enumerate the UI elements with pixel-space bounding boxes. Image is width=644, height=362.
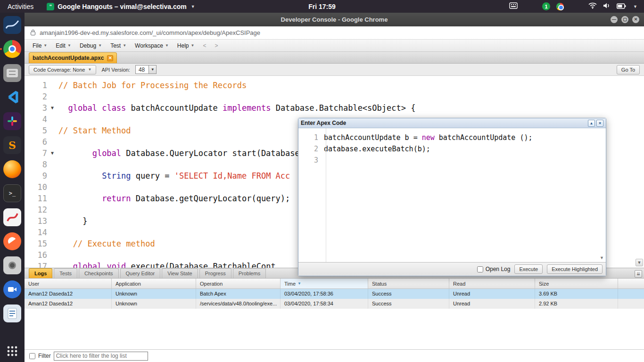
drawing-app-icon[interactable]	[3, 208, 21, 226]
chrome-icon[interactable]	[3, 40, 21, 58]
tab-checkpoints[interactable]: Checkpoints	[79, 268, 119, 278]
wifi-icon[interactable]	[588, 2, 597, 10]
menu-edit[interactable]: Edit▼	[51, 41, 75, 51]
code-text	[58, 136, 58, 148]
fold-arrow-icon[interactable]: ▼	[47, 102, 58, 114]
sublime-text-icon[interactable]: S	[3, 136, 21, 154]
execute-button[interactable]: Execute	[514, 264, 543, 274]
tab-close-icon[interactable]: ✕	[107, 55, 113, 61]
code-text: // Start Method	[58, 125, 131, 136]
open-log-checkbox[interactable]	[477, 266, 483, 272]
code-line[interactable]: 3▼ global class batchAccountUpdate imple…	[25, 102, 644, 114]
col-status[interactable]: Status	[368, 279, 449, 288]
postman-icon[interactable]	[3, 232, 21, 250]
battery-icon[interactable]	[617, 3, 626, 10]
fold-gutter	[47, 204, 58, 215]
nav-forward-button[interactable]: >	[210, 42, 222, 49]
menu-debug[interactable]: Debug▼	[75, 41, 106, 51]
active-window-menu[interactable]: ” Google Hangouts – vimal@selectiva.com …	[47, 3, 195, 10]
menu-test[interactable]: Test▼	[106, 41, 131, 51]
url-text[interactable]: amanjain1996-dev-ed.my.salesforce.com/_u…	[40, 29, 260, 36]
menu-workspace[interactable]: Workspace▼	[131, 41, 173, 51]
api-version-select[interactable]: 48 ▼	[135, 65, 157, 74]
fold-gutter	[47, 238, 58, 249]
close-icon[interactable]: ✕	[632, 16, 639, 23]
col-user[interactable]: User	[25, 279, 112, 288]
open-log-option[interactable]: Open Log	[477, 266, 511, 272]
keyboard-layout-icon[interactable]	[509, 2, 518, 10]
screenshot-camera-icon[interactable]	[3, 256, 21, 274]
line-number: 5	[25, 125, 47, 136]
nav-back-button[interactable]: <	[198, 42, 210, 49]
volume-icon[interactable]	[603, 2, 611, 10]
col-time[interactable]: Time▼	[281, 279, 368, 288]
menu-file[interactable]: File▼	[28, 41, 51, 51]
fold-gutter	[318, 132, 323, 143]
files-icon[interactable]	[3, 64, 21, 82]
col-application[interactable]: Application	[112, 279, 196, 288]
collapse-dialog-icon[interactable]: ▲	[588, 120, 595, 127]
notification-badge[interactable]: 1	[542, 2, 550, 10]
minimize-icon[interactable]: —	[611, 16, 618, 23]
col-operation[interactable]: Operation	[196, 279, 281, 288]
line-number: 16	[25, 249, 47, 261]
code-text	[58, 159, 58, 170]
chevron-down-icon: ▼	[165, 43, 169, 48]
col-read[interactable]: Read	[449, 279, 535, 288]
line-number: 17	[25, 261, 47, 268]
apex-code-input[interactable]: 1batchAccountUpdate b = new batchAccount…	[298, 128, 606, 262]
goto-button[interactable]: Go To	[617, 65, 640, 74]
dialog-titlebar[interactable]: Enter Apex Code ▲ ✕	[298, 118, 606, 128]
fold-arrow-icon[interactable]: ▼	[47, 148, 58, 159]
scroll-down-icon[interactable]: ▼	[600, 255, 604, 260]
activities-button[interactable]: Activities	[0, 0, 41, 13]
chrome-tray-icon[interactable]	[556, 3, 564, 10]
tab-batchaccountupdate[interactable]: batchAccountUpdate.apxc ✕	[29, 52, 117, 63]
fold-gutter	[47, 261, 58, 268]
filter-input[interactable]	[54, 352, 148, 361]
terminal-icon[interactable]: >_	[3, 184, 21, 202]
log-row[interactable]: Aman12 Daseda12 Unknown Batch Apex 03/04…	[25, 289, 644, 299]
slack-icon[interactable]	[3, 112, 21, 130]
line-number: 1	[25, 80, 47, 91]
chevron-down-icon: ▼	[98, 43, 102, 48]
tab-tests[interactable]: Tests	[54, 268, 77, 278]
writer-document-icon[interactable]	[3, 304, 21, 322]
gutter-divider	[326, 128, 326, 262]
code-text: database.executeBatch(b);	[323, 143, 430, 155]
system-menu-chevron-icon[interactable]: ▼	[633, 4, 637, 9]
code-line[interactable]: 2database.executeBatch(b);	[298, 143, 606, 155]
code-line[interactable]: 3	[298, 155, 606, 166]
window-titlebar[interactable]: Developer Console - Google Chrome — ▢ ✕	[25, 13, 644, 26]
collapse-panel-icon[interactable]: ⇊	[635, 270, 642, 278]
running-indicator	[0, 48, 2, 50]
filter-checkbox[interactable]	[29, 353, 35, 359]
hangouts-icon: ”	[47, 3, 54, 10]
log-row[interactable]: Aman12 Daseda12 Unknown /services/data/v…	[25, 299, 644, 309]
tab-logs[interactable]: Logs	[29, 268, 52, 278]
lock-icon[interactable]	[31, 32, 35, 35]
scroll-down-button[interactable]: ▼	[636, 259, 643, 266]
code-line[interactable]: 1// Batch Job for Processing the Records	[25, 80, 644, 91]
tab-view-state[interactable]: View State	[162, 268, 198, 278]
tab-problems[interactable]: Problems	[233, 268, 266, 278]
image-wave-app-icon[interactable]	[3, 16, 21, 34]
active-window-title: Google Hangouts – vimal@selectiva.com	[58, 3, 187, 10]
line-number: 2	[25, 91, 47, 102]
execute-highlighted-button[interactable]: Execute Highlighted	[547, 264, 603, 274]
video-camera-icon[interactable]	[3, 280, 21, 298]
vscode-icon[interactable]	[3, 88, 21, 106]
tab-progress[interactable]: Progress	[199, 268, 231, 278]
firefox-icon[interactable]	[3, 160, 21, 178]
desktop: Activities ” Google Hangouts – vimal@sel…	[0, 0, 644, 362]
show-applications-icon[interactable]	[3, 342, 21, 360]
code-coverage-button[interactable]: Code Coverage: None ▼	[29, 65, 96, 74]
tab-query-editor[interactable]: Query Editor	[120, 268, 161, 278]
close-dialog-icon[interactable]: ✕	[596, 120, 603, 127]
col-size[interactable]: Size	[535, 279, 618, 288]
address-bar[interactable]: amanjain1996-dev-ed.my.salesforce.com/_u…	[25, 26, 644, 40]
code-line[interactable]: 2	[25, 91, 644, 102]
menu-help[interactable]: Help▼	[173, 41, 199, 51]
maximize-icon[interactable]: ▢	[621, 16, 628, 23]
code-line[interactable]: 1batchAccountUpdate b = new batchAccount…	[298, 132, 606, 143]
